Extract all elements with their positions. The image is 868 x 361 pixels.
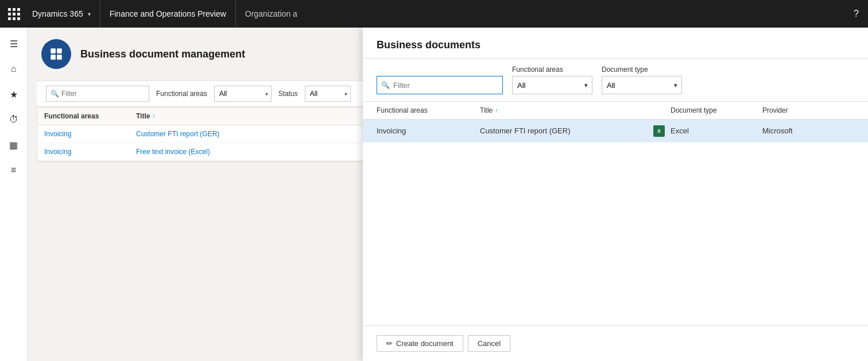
panel-col-document-type: Document type	[671, 106, 762, 114]
excel-file-icon: X	[653, 125, 665, 137]
sidebar-icon-workspaces[interactable]: ▦	[2, 133, 25, 156]
sidebar-icon-menu[interactable]: ☰	[2, 32, 25, 55]
svg-rect-1	[57, 48, 62, 53]
brand-button[interactable]: Dynamics 365 ▾	[28, 0, 100, 28]
bg-status-label: Status	[278, 90, 298, 98]
panel-col-functional-areas: Functional areas	[377, 106, 480, 114]
panel-title-sort-icon: ↑	[495, 107, 498, 114]
panel-functional-areas-label: Functional areas	[512, 66, 592, 74]
bg-functional-areas-select-wrap: All ▾	[214, 86, 272, 102]
bg-functional-areas-label: Functional areas	[156, 90, 207, 98]
pencil-icon: ✏	[386, 339, 393, 348]
sidebar-icon-home[interactable]: ⌂	[2, 57, 25, 80]
content-area: Business document management 🔍 Functiona…	[28, 28, 868, 361]
panel-row1-excel-icon: X	[653, 125, 671, 137]
panel-row1-functional-areas: Invoicing	[377, 126, 480, 135]
brand-label: Dynamics 365	[32, 9, 83, 18]
page-icon	[41, 39, 71, 69]
panel-col-provider: Provider	[762, 106, 854, 114]
panel-header: Business documents	[363, 28, 868, 59]
panel-search-icon: 🔍	[381, 81, 390, 89]
apps-button[interactable]	[0, 0, 28, 28]
overlay-panel: Business documents 🔍 Functional areas Al…	[363, 28, 868, 361]
panel-col-title[interactable]: Title ↑	[480, 106, 653, 114]
panel-row1-title: Customer FTI report (GER)	[480, 126, 653, 135]
main-layout: ☰ ⌂ ★ ⏱ ▦ ≡ Business document management…	[0, 28, 868, 361]
panel-footer: ✏ Create document Cancel	[363, 325, 868, 361]
create-document-button[interactable]: ✏ Create document	[377, 335, 463, 352]
panel-document-type-select-wrap: All ▾	[602, 76, 682, 94]
panel-document-type-label: Document type	[602, 66, 682, 74]
sidebar: ☰ ⌂ ★ ⏱ ▦ ≡	[0, 28, 28, 361]
create-document-label: Create document	[396, 339, 454, 348]
panel-functional-areas-select-wrap: All ▾	[512, 76, 592, 94]
apps-grid-icon	[8, 8, 20, 20]
sidebar-icon-list[interactable]: ≡	[2, 159, 25, 182]
bg-col-functional-areas: Functional areas	[44, 112, 136, 120]
svg-rect-3	[57, 55, 62, 60]
bg-filter-wrap: 🔍	[46, 86, 149, 102]
page-title: Business document management	[80, 48, 245, 60]
panel-table-header: Functional areas Title ↑ Document type P…	[363, 102, 868, 120]
panel-search-wrap: 🔍	[377, 76, 503, 94]
panel-document-type-group: Document type All ▾	[602, 66, 682, 94]
panel-functional-areas-select[interactable]: All	[512, 76, 592, 94]
bg-status-select[interactable]: All	[305, 86, 351, 102]
panel-document-type-select[interactable]: All	[602, 76, 682, 94]
panel-functional-areas-group: Functional areas All ▾	[512, 66, 592, 94]
svg-rect-0	[51, 48, 56, 53]
bg-filter-input[interactable]	[46, 86, 149, 102]
sidebar-icon-recent[interactable]: ⏱	[2, 108, 25, 131]
panel-table: Functional areas Title ↑ Document type P…	[363, 102, 868, 325]
panel-col-spacer	[653, 106, 671, 114]
panel-filter-search-group: 🔍	[377, 76, 503, 94]
panel-filters: 🔍 Functional areas All ▾ Document type	[363, 59, 868, 102]
section-label: Finance and Operations Preview	[100, 0, 236, 28]
bg-row2-functional-areas: Invoicing	[44, 148, 136, 156]
panel-table-row[interactable]: Invoicing Customer FTI report (GER) X Ex…	[363, 120, 868, 143]
panel-row1-provider: Microsoft	[762, 126, 854, 135]
topbar: Dynamics 365 ▾ Finance and Operations Pr…	[0, 0, 868, 28]
bg-search-icon: 🔍	[51, 90, 59, 98]
title-sort-icon: ↑	[152, 113, 155, 120]
sidebar-icon-favorites[interactable]: ★	[2, 83, 25, 106]
panel-title: Business documents	[377, 39, 480, 51]
panel-row1-document-type: Excel	[671, 126, 762, 135]
panel-filter-input[interactable]	[377, 76, 503, 94]
bg-status-select-wrap: All ▾	[305, 86, 351, 102]
topbar-right: ?	[854, 9, 868, 19]
org-label: Organization a	[236, 0, 307, 28]
cancel-button[interactable]: Cancel	[468, 335, 510, 352]
help-icon[interactable]: ?	[854, 9, 859, 19]
bg-row1-functional-areas: Invoicing	[44, 130, 136, 138]
bg-functional-areas-select[interactable]: All	[214, 86, 272, 102]
brand-chevron: ▾	[88, 11, 91, 17]
svg-rect-2	[51, 55, 56, 60]
